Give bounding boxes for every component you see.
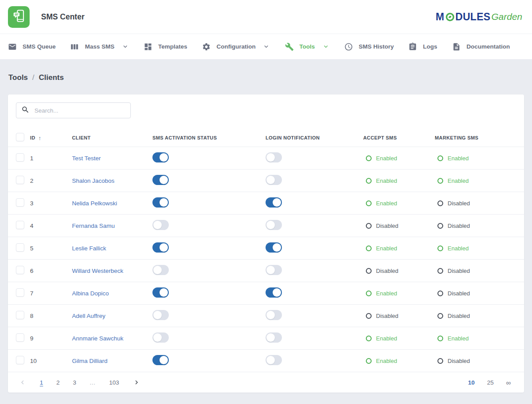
- login-notification-toggle[interactable]: [266, 355, 282, 365]
- toggle-knob: [160, 356, 168, 364]
- client-link[interactable]: Nelida Pelkowski: [72, 200, 117, 207]
- nav-item-templates[interactable]: Templates: [144, 42, 187, 51]
- status-circle-icon: [366, 200, 372, 206]
- login-notification-toggle[interactable]: [266, 152, 282, 162]
- row-checkbox[interactable]: [16, 176, 24, 184]
- row-checkbox[interactable]: [16, 266, 24, 274]
- nav-item-logs[interactable]: Logs: [408, 42, 437, 51]
- row-checkbox[interactable]: [16, 333, 24, 342]
- sms-activation-toggle[interactable]: [152, 152, 169, 162]
- sms-activation-toggle[interactable]: [152, 175, 169, 185]
- sms-activation-toggle[interactable]: [152, 287, 169, 298]
- toggle-knob: [266, 266, 275, 274]
- client-link[interactable]: Adell Auffrey: [72, 313, 106, 319]
- nav-item-label: Documentation: [467, 43, 510, 50]
- login-notification-toggle[interactable]: [266, 220, 282, 230]
- page-button-3[interactable]: 3: [73, 379, 76, 386]
- sms-activation-toggle[interactable]: [152, 220, 169, 230]
- row-checkbox[interactable]: [16, 221, 24, 229]
- page-button-2[interactable]: 2: [57, 379, 60, 386]
- login-notification-toggle[interactable]: [266, 197, 282, 208]
- nav-item-mass-sms[interactable]: Mass SMS: [70, 42, 129, 51]
- sms-activation-toggle[interactable]: [152, 332, 169, 343]
- page-size-10[interactable]: 10: [468, 379, 475, 386]
- status-circle-icon: [437, 336, 443, 341]
- select-all-checkbox[interactable]: [16, 133, 24, 141]
- client-link[interactable]: Leslie Fallick: [72, 245, 106, 252]
- column-header-marketing-sms[interactable]: MARKETING SMS: [435, 135, 516, 140]
- row-checkbox[interactable]: [16, 311, 24, 319]
- accept-sms-status: Enabled: [363, 290, 435, 297]
- login-notification-toggle[interactable]: [266, 310, 282, 320]
- search-input[interactable]: [34, 107, 125, 114]
- nav-item-configuration[interactable]: Configuration: [202, 42, 270, 51]
- row-checkbox[interactable]: [16, 153, 24, 162]
- page-size-25[interactable]: 25: [487, 379, 494, 386]
- clock-icon: [344, 42, 353, 51]
- document-icon: [452, 42, 461, 51]
- accept-sms-status: Disabled: [363, 268, 435, 274]
- breadcrumb: Tools / Clients: [0, 59, 532, 82]
- login-notification-toggle[interactable]: [266, 287, 282, 298]
- status-circle-icon: [366, 245, 372, 251]
- status-circle-icon: [366, 155, 372, 161]
- sms-activation-toggle[interactable]: [152, 310, 169, 320]
- next-page-button[interactable]: [133, 378, 141, 386]
- client-link[interactable]: Shalon Jacobos: [72, 177, 114, 184]
- sms-activation-toggle[interactable]: [152, 242, 169, 253]
- login-notification-toggle[interactable]: [266, 332, 282, 343]
- row-checkbox[interactable]: [16, 288, 24, 297]
- status-label: Enabled: [376, 245, 397, 252]
- status-circle-icon: [437, 313, 443, 319]
- sms-activation-toggle[interactable]: [152, 197, 169, 208]
- nav-item-label: Tools: [300, 43, 315, 50]
- nav-item-label: SMS Queue: [23, 43, 56, 50]
- nav-item-documentation[interactable]: Documentation: [452, 42, 510, 51]
- accept-sms-status: Enabled: [363, 200, 435, 207]
- column-header-sms-activation-status[interactable]: SMS ACTIVATION STATUS: [152, 135, 266, 140]
- page-button-1[interactable]: 1: [40, 379, 43, 386]
- client-link[interactable]: Willard Westerbeck: [72, 268, 123, 274]
- toggle-knob: [273, 198, 281, 207]
- table-row: 2Shalon JacobosEnabledEnabled: [8, 169, 524, 192]
- sms-activation-toggle[interactable]: [152, 355, 169, 365]
- table-row: 6Willard WesterbeckDisabledDisabled: [8, 259, 524, 282]
- toggle-knob: [266, 153, 275, 162]
- sort-ascending-icon: ↑: [38, 135, 42, 141]
- client-link[interactable]: Annmarie Sawchuk: [72, 335, 123, 342]
- column-header-client[interactable]: CLIENT: [72, 135, 152, 140]
- client-link[interactable]: Albina Dopico: [72, 290, 109, 297]
- page-button-103[interactable]: 103: [109, 379, 119, 386]
- toggle-knob: [160, 176, 168, 184]
- client-link[interactable]: Gilma Dilliard: [72, 358, 107, 364]
- nav-item-sms-history[interactable]: SMS History: [344, 42, 394, 51]
- column-header-accept-sms[interactable]: ACCEPT SMS: [363, 135, 435, 140]
- breadcrumb-section[interactable]: Tools: [8, 73, 28, 82]
- login-notification-toggle[interactable]: [266, 175, 282, 185]
- login-notification-toggle[interactable]: [266, 242, 282, 253]
- table-row: 4Fernanda SamuDisabledDisabled: [8, 214, 524, 237]
- row-checkbox[interactable]: [16, 198, 24, 207]
- accept-sms-status: Disabled: [363, 223, 435, 229]
- row-checkbox[interactable]: [16, 356, 24, 364]
- status-circle-icon: [366, 313, 372, 319]
- toggle-knob: [273, 243, 281, 252]
- prev-page-button[interactable]: [19, 378, 27, 386]
- status-label: Enabled: [448, 245, 469, 252]
- status-circle-icon: [437, 200, 443, 206]
- page-size-all[interactable]: ∞: [506, 379, 511, 386]
- sms-activation-toggle[interactable]: [152, 265, 169, 275]
- toggle-knob: [266, 311, 275, 319]
- nav-item-tools[interactable]: Tools: [285, 42, 330, 51]
- login-notification-toggle[interactable]: [266, 265, 282, 275]
- row-id: 1: [30, 155, 72, 162]
- nav-item-sms-queue[interactable]: SMS Queue: [8, 42, 56, 51]
- column-header-login-notification[interactable]: LOGIN NOTIFICATION: [266, 135, 363, 140]
- client-link[interactable]: Test Tester: [72, 155, 101, 162]
- row-checkbox[interactable]: [16, 243, 24, 252]
- row-id: 8: [30, 313, 72, 319]
- column-header-id[interactable]: ID ↑: [30, 135, 72, 141]
- client-link[interactable]: Fernanda Samu: [72, 223, 115, 229]
- status-label: Enabled: [376, 290, 397, 297]
- row-id: 9: [30, 335, 72, 342]
